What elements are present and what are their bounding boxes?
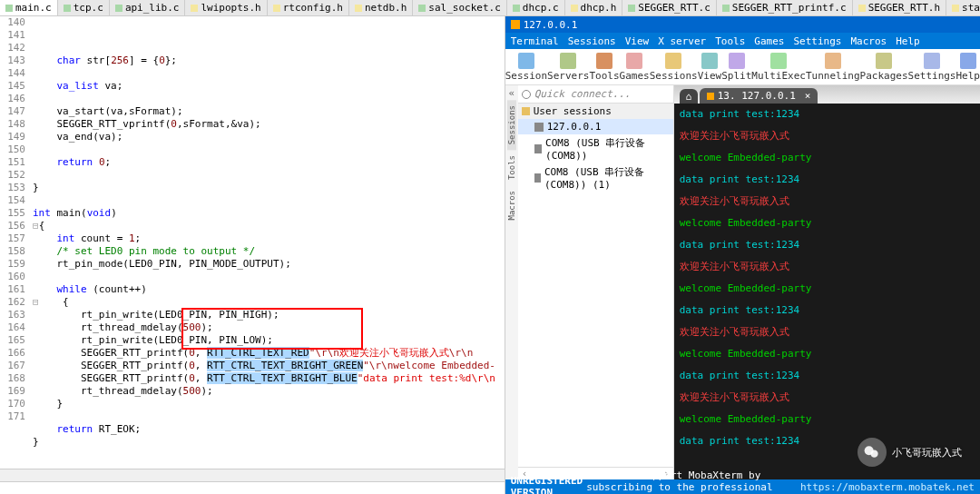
view-icon xyxy=(701,53,718,69)
toolbar-label: Split xyxy=(721,70,751,82)
toolbar-button[interactable]: Help xyxy=(956,49,981,84)
close-icon[interactable]: × xyxy=(805,90,811,102)
toolbar-label: MultiExec xyxy=(751,70,806,82)
terminal-menu: TerminalSessionsViewX serverToolsGamesSe… xyxy=(505,33,980,49)
file-icon xyxy=(64,5,71,12)
toolbar-button[interactable]: Split xyxy=(721,49,751,84)
terminal-output[interactable]: data print test:1234欢迎关注小飞哥玩嵌入式welcome E… xyxy=(674,104,980,479)
tab-label: tcp.c xyxy=(74,2,103,14)
terminal-line: 欢迎关注小飞哥玩嵌入式 xyxy=(680,390,975,405)
editor-tab[interactable]: SEGGER_RTT_printf.c xyxy=(717,0,853,15)
editor-tab[interactable]: tcp.c xyxy=(58,0,110,15)
side-tab[interactable]: Macros xyxy=(507,185,516,226)
tools-icon xyxy=(596,53,612,69)
terminal-titlebar[interactable]: 127.0.0.1 xyxy=(505,16,980,33)
session-icon xyxy=(518,53,534,69)
toolbar-button[interactable]: Session xyxy=(505,49,547,84)
toolbar-button[interactable]: Tunneling xyxy=(806,49,860,84)
home-tab[interactable]: ⌂ xyxy=(680,89,698,104)
editor-tab[interactable]: startup_stm32f407xx.s xyxy=(946,0,980,15)
session-icon xyxy=(534,173,541,183)
side-tab[interactable]: Tools xyxy=(507,150,516,185)
session-label: COM8 (USB 串行设备 (COM8)) (1) xyxy=(544,165,670,191)
toolbar-button[interactable]: Settings xyxy=(908,49,956,84)
terminal-line: 欢迎关注小飞哥玩嵌入式 xyxy=(680,194,975,209)
editor-tab[interactable]: sal_socket.c xyxy=(413,0,506,15)
file-icon xyxy=(418,5,426,12)
file-icon xyxy=(952,5,959,12)
menu-item[interactable]: Sessions xyxy=(568,35,616,47)
editor-pane: 1401411421431441451461471481491501511521… xyxy=(0,16,505,494)
collapse-icon[interactable]: « xyxy=(508,85,514,100)
status-link[interactable]: https://mobaxterm.mobatek.net xyxy=(800,481,975,493)
status-msg: - Please support MobaXterm by subscribin… xyxy=(586,469,797,495)
tab-label: dhcp.h xyxy=(581,2,617,14)
sessions-header[interactable]: User sessions xyxy=(518,104,673,119)
toolbar-button[interactable]: Games xyxy=(620,49,650,84)
terminal-line: data print test:1234 xyxy=(680,369,975,383)
terminal-line: 欢迎关注小飞哥玩嵌入式 xyxy=(680,129,975,143)
toolbar-button[interactable]: Tools xyxy=(589,49,619,84)
tab-label: startup_stm32f407xx.s xyxy=(962,2,980,14)
toolbar-button[interactable]: Servers xyxy=(547,49,589,84)
toolbar-button[interactable]: MultiExec xyxy=(751,49,806,84)
terminal-line: welcome Embedded-party xyxy=(680,216,975,231)
toolbar-label: Session xyxy=(505,70,547,82)
toolbar-label: Help xyxy=(956,70,981,82)
menu-item[interactable]: Terminal xyxy=(511,35,559,47)
editor-tab[interactable]: rtconfig.h xyxy=(268,0,349,15)
terminal-line: data print test:1234 xyxy=(680,303,975,318)
settings-icon xyxy=(924,53,940,69)
code-area[interactable]: 1401411421431441451461471481491501511521… xyxy=(0,16,505,469)
menu-item[interactable]: Tools xyxy=(715,35,745,47)
editor-tab[interactable]: dhcp.c xyxy=(507,0,565,15)
terminal-tabs-bar: ⌂ 13. 127.0.0.1 × xyxy=(674,85,980,104)
terminal-tab-icon xyxy=(707,93,714,100)
toolbar-label: Tunneling xyxy=(806,70,860,82)
editor-tab[interactable]: SEGGER_RTT.h xyxy=(853,0,946,15)
session-item[interactable]: 127.0.0.1 xyxy=(518,119,673,134)
toolbar-label: Servers xyxy=(547,70,589,82)
svg-point-1 xyxy=(870,450,877,458)
editor-tab[interactable]: lwipopts.h xyxy=(185,0,267,15)
toolbar-button[interactable]: Packages xyxy=(860,49,908,84)
toolbar-button[interactable]: Sessions xyxy=(650,49,698,84)
line-gutter: 1401411421431441451461471481491501511521… xyxy=(0,16,29,469)
session-item[interactable]: COM8 (USB 串行设备 (COM8)) (1) xyxy=(518,163,673,193)
menu-item[interactable]: View xyxy=(625,35,650,47)
menu-item[interactable]: Help xyxy=(896,35,920,47)
file-icon xyxy=(5,5,13,12)
terminal-tab[interactable]: 13. 127.0.0.1 × xyxy=(700,88,818,104)
side-tab[interactable]: Sessions xyxy=(507,100,516,150)
status-bar: UNREGISTERED VERSION - Please support Mo… xyxy=(505,479,980,494)
menu-item[interactable]: Macros xyxy=(850,35,887,47)
editor-tab[interactable]: api_lib.c xyxy=(110,0,186,15)
games-icon xyxy=(626,53,642,69)
editor-tab[interactable]: netdb.h xyxy=(349,0,413,15)
tab-label: sal_socket.c xyxy=(428,2,500,14)
terminal-line: welcome Embedded-party xyxy=(680,151,975,165)
tab-label: api_lib.c xyxy=(125,2,180,14)
editor-tab[interactable]: SEGGER_RTT.c xyxy=(622,0,716,15)
terminal-line: data print test:1234 xyxy=(680,107,975,122)
session-item[interactable]: COM8 (USB 串行设备 (COM8)) xyxy=(518,134,673,163)
menu-item[interactable]: Games xyxy=(754,35,784,47)
sessions-list: 127.0.0.1COM8 (USB 串行设备 (COM8))COM8 (USB… xyxy=(518,119,673,193)
menu-item[interactable]: X server xyxy=(658,35,706,47)
file-icon xyxy=(355,5,362,12)
file-icon xyxy=(115,5,122,12)
watermark-text: 小飞哥玩嵌入式 xyxy=(892,446,962,459)
editor-tab[interactable]: dhcp.h xyxy=(565,0,623,15)
multiexec-icon xyxy=(770,53,787,69)
sessions-header-label: User sessions xyxy=(534,105,612,117)
tab-label: main.c xyxy=(15,2,52,14)
editor-tab[interactable]: main.c xyxy=(0,0,58,15)
code-body[interactable]: char str[256] = {0}; va_list va; va_star… xyxy=(29,16,505,469)
terminal-line: 欢迎关注小飞哥玩嵌入式 xyxy=(680,260,975,274)
h-scrollbar[interactable] xyxy=(0,469,505,481)
tab-label: rtconfig.h xyxy=(283,2,343,14)
star-icon xyxy=(522,107,530,115)
menu-item[interactable]: Settings xyxy=(793,35,841,47)
quick-connect-input[interactable]: Quick connect... xyxy=(518,85,673,104)
toolbar-button[interactable]: View xyxy=(698,49,722,84)
